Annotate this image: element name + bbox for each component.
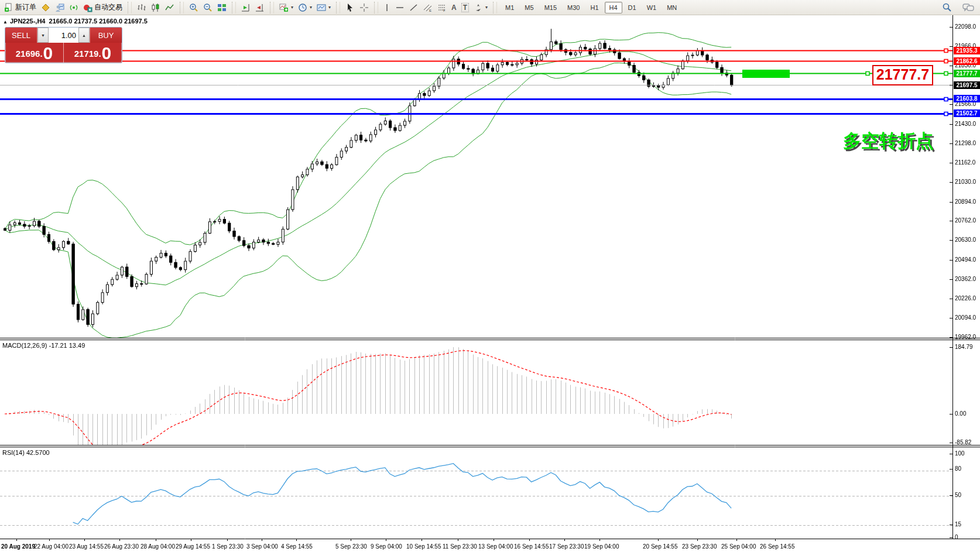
- autotrading-button[interactable]: 自动交易: [81, 1, 125, 14]
- timeframe-button-H4[interactable]: H4: [605, 2, 622, 13]
- timeframe-button-M1[interactable]: M1: [501, 2, 519, 13]
- price-level-chip-support: 21603.8: [954, 95, 980, 102]
- zoom-out-icon: [203, 3, 213, 12]
- trendline-button[interactable]: [407, 1, 421, 14]
- price-tick: 20894.0: [955, 198, 976, 205]
- svg-text:F: F: [443, 9, 446, 12]
- cursor-button[interactable]: [343, 1, 357, 14]
- time-tick-label: 3 Sep 04:00: [246, 543, 278, 550]
- pivot-highlight-bar: [742, 70, 790, 78]
- templates-icon: [317, 3, 326, 12]
- sell-button[interactable]: SELL: [5, 28, 37, 43]
- chart-ohlc-header: ▲JPN225-,H4 21665.0 21737.5 21660.0 2169…: [3, 18, 148, 25]
- timeframe-button-D1[interactable]: D1: [623, 2, 641, 13]
- indicators-icon: [279, 3, 289, 12]
- rsi-tick: 50: [955, 492, 961, 498]
- equidistant-channel-button[interactable]: E: [421, 1, 435, 14]
- ohlc-high: 21737.5: [74, 18, 97, 25]
- sell-price-dot: .: [40, 46, 42, 61]
- time-tick-label: 9 Sep 04:00: [371, 543, 402, 550]
- buy-button[interactable]: BUY: [90, 28, 122, 43]
- macd-tick: -85.82: [955, 439, 971, 446]
- timeframe-button-W1[interactable]: W1: [642, 2, 662, 13]
- crosshair-button[interactable]: [357, 1, 371, 14]
- templates-button[interactable]: ▾: [314, 1, 333, 14]
- indicators-button[interactable]: ▾: [277, 1, 296, 14]
- text-button[interactable]: A: [449, 2, 459, 13]
- price-tick: 21430.0: [955, 121, 976, 127]
- mt4-window: { "toolbar": { "new_order_label": "新订单",…: [0, 0, 980, 555]
- toolbar: 新订单 自动交易 ▾ ▾ ▾ E F: [0, 0, 980, 15]
- price-tick: 19962.0: [955, 334, 976, 340]
- auto-scroll-button[interactable]: [239, 1, 253, 14]
- timeframe-button-H1[interactable]: H1: [585, 2, 603, 13]
- time-tick-label: 26 Aug 23:30: [104, 543, 139, 550]
- time-tick-label: 23 Sep 23:30: [682, 543, 717, 550]
- new-order-button[interactable]: 新订单: [2, 1, 39, 14]
- sell-price-big-digit: 0: [43, 45, 53, 61]
- price-level-chip-resistance: 21862.6: [954, 57, 980, 65]
- chevron-down-icon: ▾: [310, 5, 312, 10]
- line-chart-button[interactable]: [163, 1, 177, 14]
- collapse-arrow-icon[interactable]: ▲: [3, 19, 8, 25]
- timeframe-button-M30[interactable]: M30: [563, 2, 584, 13]
- new-order-label: 新订单: [15, 2, 36, 12]
- buy-price[interactable]: 21719 . 0: [64, 43, 122, 63]
- buy-price-dot: .: [98, 46, 101, 61]
- price-tick: 20226.0: [955, 295, 976, 302]
- price-tick: 20762.0: [955, 217, 976, 224]
- tile-windows-button[interactable]: [215, 1, 229, 14]
- text-label-button[interactable]: T: [459, 1, 471, 14]
- equidistant-channel-icon: E: [423, 3, 433, 12]
- volume-spinner: ▼ ▲: [37, 28, 90, 43]
- autotrading-icon: [83, 3, 92, 12]
- chart-shift-button[interactable]: [253, 1, 267, 14]
- auto-scroll-icon: [241, 3, 251, 12]
- chart-shift-icon: [255, 3, 265, 12]
- vertical-line-button[interactable]: [381, 1, 393, 14]
- time-tick-label: 28 Aug 04:00: [141, 543, 175, 550]
- timeframe-button-M5[interactable]: M5: [520, 2, 538, 13]
- time-tick-label: 26 Sep 14:55: [760, 543, 795, 550]
- zoom-out-button[interactable]: [201, 1, 215, 14]
- timeframe-button-M15[interactable]: M15: [540, 2, 561, 13]
- volume-input[interactable]: [49, 28, 78, 43]
- chat-button[interactable]: [960, 1, 976, 14]
- search-button[interactable]: [940, 1, 954, 14]
- svg-text:E: E: [429, 9, 431, 12]
- bar-chart-button[interactable]: [135, 1, 149, 14]
- data-window-button[interactable]: [53, 1, 67, 14]
- price-tick: 20094.0: [955, 314, 976, 321]
- volume-increase-button[interactable]: ▲: [78, 28, 90, 43]
- sell-price[interactable]: 21696 . 0: [5, 43, 64, 63]
- candlestick-chart-button[interactable]: [149, 1, 163, 14]
- annotation-text: 多空转折点: [843, 129, 934, 153]
- arrows-button[interactable]: ▾: [471, 1, 490, 14]
- chart-plot-area[interactable]: [0, 0, 980, 555]
- timeframe-button-MN[interactable]: MN: [662, 2, 681, 13]
- price-level-chip-support: 21502.7: [954, 109, 980, 117]
- time-tick-label: 20 Sep 14:55: [643, 543, 678, 550]
- macd-indicator-label: MACD(12,26,9) -17.21 13.49: [2, 342, 85, 349]
- price-tick: 20494.0: [955, 256, 976, 263]
- timeframe-group: M1M5M15M30H1H4D1W1MN: [498, 1, 684, 15]
- horizontal-line-icon: [395, 3, 405, 12]
- autotrading-label: 自动交易: [94, 2, 122, 12]
- macd-tick: 184.79: [955, 344, 973, 350]
- price-tick: 20362.0: [955, 276, 976, 282]
- buy-price-big-digit: 0: [102, 45, 112, 61]
- time-tick-label: 4 Sep 14:55: [281, 543, 313, 550]
- volume-decrease-button[interactable]: ▼: [37, 28, 49, 43]
- zoom-in-button[interactable]: [187, 1, 201, 14]
- data-window-icon: [55, 3, 64, 12]
- horizontal-line-button[interactable]: [393, 1, 407, 14]
- chevron-down-icon: ▾: [485, 5, 488, 10]
- buy-price-main: 21719: [74, 46, 99, 61]
- market-watch-button[interactable]: [39, 1, 53, 14]
- zoom-in-icon: [189, 3, 198, 12]
- toolbar-separator: [493, 2, 497, 13]
- cursor-icon: [345, 3, 355, 12]
- fibonacci-button[interactable]: F: [435, 1, 449, 14]
- signal-button[interactable]: [67, 1, 81, 14]
- periods-button[interactable]: ▾: [296, 1, 314, 14]
